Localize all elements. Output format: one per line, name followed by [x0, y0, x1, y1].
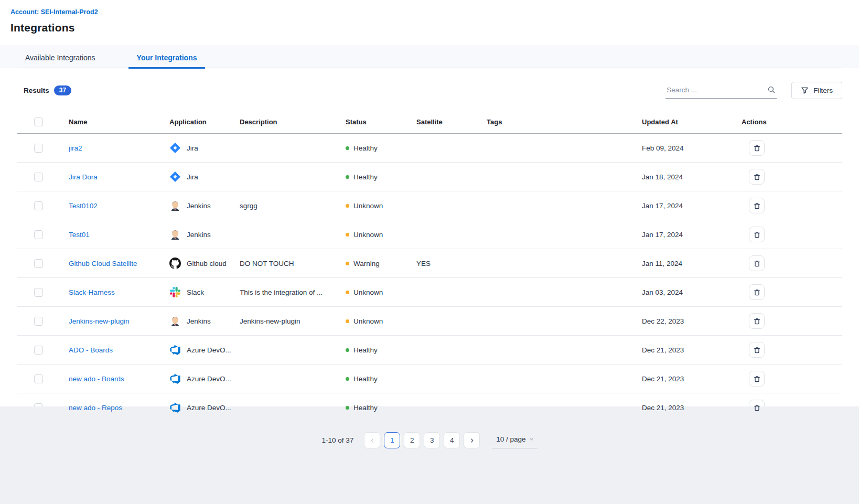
filters-label: Filters [813, 87, 833, 94]
description-cell: DO NOT TOUCH [240, 249, 346, 278]
satellite-cell [416, 364, 487, 393]
tags-cell [487, 220, 642, 249]
delete-button[interactable] [749, 255, 765, 271]
row-checkbox[interactable] [34, 144, 43, 153]
status-label: Unknown [353, 288, 383, 296]
application-label: Azure DevO... [187, 375, 231, 383]
tags-cell [487, 336, 642, 364]
status-dot [346, 146, 349, 150]
account-link[interactable]: Account: SEI-Internal-Prod2 [10, 8, 98, 16]
tab-your-integrations[interactable]: Your Integrations [128, 48, 206, 69]
satellite-cell [416, 307, 487, 336]
trash-icon [753, 317, 761, 325]
page-button-4[interactable]: 4 [444, 432, 460, 448]
page-title: Integrations [10, 22, 849, 34]
search-box [665, 82, 777, 99]
description-cell: sgrgg [240, 191, 346, 220]
azure-devops-icon [169, 373, 181, 384]
filters-button[interactable]: Filters [791, 82, 842, 99]
page-button-2[interactable]: 2 [404, 432, 420, 448]
application-label: Jenkins [187, 317, 211, 325]
integration-name-link[interactable]: Jira Dora [69, 173, 98, 181]
integration-name-link[interactable]: jira2 [69, 144, 82, 152]
row-checkbox[interactable] [34, 259, 43, 268]
select-all-checkbox[interactable] [34, 117, 43, 126]
filter-funnel-icon [801, 87, 809, 94]
previous-page-button[interactable] [364, 432, 380, 448]
row-checkbox[interactable] [34, 173, 43, 181]
updated-at-cell: Jan 11, 2024 [642, 249, 742, 278]
delete-button[interactable] [749, 198, 765, 213]
page-button-1[interactable]: 1 [384, 432, 400, 448]
next-page-button[interactable] [464, 432, 480, 448]
table-row: jira2JiraHealthyFeb 09, 2024 [17, 134, 842, 163]
integration-name-link[interactable]: new ado - Boards [69, 375, 124, 383]
row-checkbox[interactable] [34, 374, 43, 383]
satellite-cell [416, 191, 487, 220]
updated-at-cell: Jan 17, 2024 [642, 220, 742, 249]
application-label: Slack [187, 288, 204, 296]
trash-icon [753, 173, 761, 181]
updated-at-cell: Jan 18, 2024 [642, 163, 742, 191]
integration-name-link[interactable]: new ado - Repos [69, 404, 122, 412]
integration-name-link[interactable]: Test0102 [69, 202, 98, 210]
status-dot [346, 204, 349, 208]
toolbar: Results 37 Filters [17, 68, 842, 99]
tab-available-integrations[interactable]: Available Integrations [17, 48, 104, 69]
table-row: Jira DoraJiraHealthyJan 18, 2024 [17, 163, 842, 191]
status-label: Healthy [353, 173, 378, 181]
updated-at-cell: Dec 22, 2023 [642, 307, 742, 336]
delete-button[interactable] [749, 140, 765, 156]
table-header-row: NameApplicationDescriptionStatusSatellit… [17, 111, 842, 134]
delete-button[interactable] [749, 342, 765, 358]
integration-name-link[interactable]: Test01 [69, 231, 90, 239]
tags-cell [487, 191, 642, 220]
results-count-badge: 37 [54, 85, 71, 95]
status-dot [346, 291, 349, 294]
delete-button[interactable] [749, 371, 765, 387]
page-button-3[interactable]: 3 [424, 432, 440, 448]
row-checkbox[interactable] [34, 288, 43, 297]
satellite-cell [416, 163, 487, 191]
status-label: Unknown [353, 317, 383, 325]
search-input[interactable] [667, 86, 763, 94]
updated-at-cell: Jan 17, 2024 [642, 191, 742, 220]
row-checkbox[interactable] [34, 201, 43, 210]
status-dot [346, 175, 349, 179]
tags-cell [487, 249, 642, 278]
page-background [0, 406, 859, 504]
slack-icon [169, 286, 181, 298]
row-checkbox[interactable] [34, 346, 43, 355]
delete-button[interactable] [749, 284, 765, 300]
table-row: Test01JenkinsUnknownJan 17, 2024 [17, 220, 842, 249]
application-label: Jira [187, 173, 198, 181]
integration-name-link[interactable]: ADO - Boards [69, 346, 113, 354]
satellite-cell [416, 220, 487, 249]
delete-button[interactable] [749, 227, 765, 242]
table-row: Slack-HarnessSlackThis is the integratio… [17, 278, 842, 307]
azure-devops-icon [169, 344, 181, 356]
status-label: Healthy [353, 346, 378, 354]
page-size-select[interactable]: 10 / page [492, 433, 537, 448]
integration-name-link[interactable]: Slack-Harness [69, 288, 115, 296]
row-checkbox[interactable] [34, 230, 43, 239]
status-dot [346, 319, 349, 323]
trash-icon [753, 231, 761, 239]
trash-icon [753, 375, 761, 383]
status-label: Unknown [353, 202, 383, 210]
delete-button[interactable] [749, 313, 765, 329]
page-header: Account: SEI-Internal-Prod2 Integrations [0, 0, 859, 46]
integration-name-link[interactable]: Github Cloud Satellite [69, 260, 137, 267]
column-header-application: Application [169, 111, 240, 134]
integration-name-link[interactable]: Jenkins-new-plugin [69, 317, 130, 325]
column-header-updated-at: Updated At [642, 111, 742, 134]
delete-button[interactable] [749, 169, 765, 185]
table-row: Test0102JenkinssgrggUnknownJan 17, 2024 [17, 191, 842, 220]
page-size-label: 10 / page [496, 435, 525, 443]
status-dot [346, 406, 349, 410]
row-checkbox[interactable] [34, 317, 43, 326]
github-icon [169, 258, 181, 269]
column-header-actions: Actions [742, 111, 842, 134]
column-header-tags: Tags [487, 111, 642, 134]
application-label: Jenkins [187, 231, 211, 239]
